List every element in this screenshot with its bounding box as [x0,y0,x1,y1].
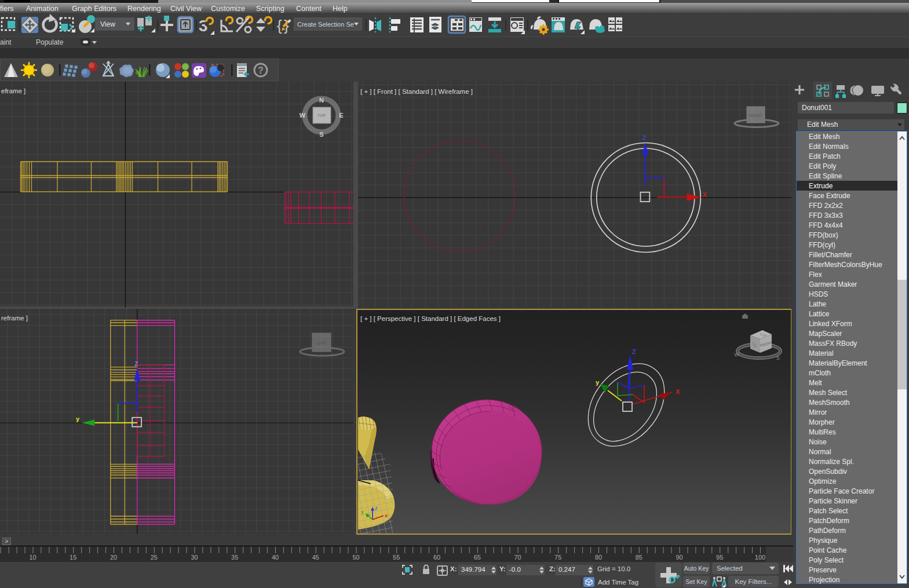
svg-text:10: 10 [29,554,36,561]
svg-text:{: { [277,17,282,34]
svg-text:[ + ] [ Perspective ] [ Standa: [ + ] [ Perspective ] [ Standard ] [ Edg… [360,315,501,322]
svg-text:100: 100 [755,554,765,561]
svg-text:65: 65 [474,554,481,561]
svg-text:Create Selection Se: Create Selection Se [297,21,354,28]
svg-text:y: y [596,379,600,386]
svg-text:LEFT: LEFT [316,341,327,345]
svg-text:y: y [361,509,364,514]
svg-text:40: 40 [272,554,279,561]
svg-text:eframe ]: eframe ] [1,87,25,94]
svg-text:55: 55 [393,554,400,561]
svg-text:85: 85 [636,554,642,561]
svg-text:45: 45 [312,554,319,561]
svg-text:Z: Z [632,348,636,355]
svg-text:N: N [319,97,324,104]
svg-text:75: 75 [554,554,561,561]
svg-text:FRONT: FRONT [749,114,763,118]
svg-text:Z: Z [642,134,647,141]
svg-text:y: y [76,415,80,422]
svg-text:30: 30 [191,554,198,561]
svg-text:X: X [676,388,680,395]
svg-text:TOP: TOP [317,114,326,118]
svg-text:50: 50 [352,554,359,561]
svg-text:15: 15 [70,554,76,561]
svg-text:W: W [300,112,306,119]
svg-text:35: 35 [231,554,238,561]
svg-text:80: 80 [595,554,602,561]
svg-text:S: S [319,131,323,138]
svg-text:S: S [776,355,780,361]
svg-text:[ + ] [ Front ] [ Standard ] [: [ + ] [ Front ] [ Standard ] [ Wireframe… [360,88,473,95]
svg-text:X: X [703,192,707,198]
svg-text:E: E [339,112,343,119]
svg-text:reframe ]: reframe ] [1,315,28,322]
svg-text:95: 95 [716,554,723,561]
svg-text:Z: Z [134,360,138,367]
svg-text:25: 25 [151,554,158,561]
svg-text:20: 20 [110,554,117,561]
svg-text:X: X [385,513,388,518]
svg-text:Z: Z [375,506,378,511]
svg-text:90: 90 [676,554,682,561]
svg-text:View: View [100,20,115,28]
svg-text:70: 70 [514,554,521,561]
svg-text:60: 60 [433,554,440,561]
svg-text:?: ? [258,65,264,75]
